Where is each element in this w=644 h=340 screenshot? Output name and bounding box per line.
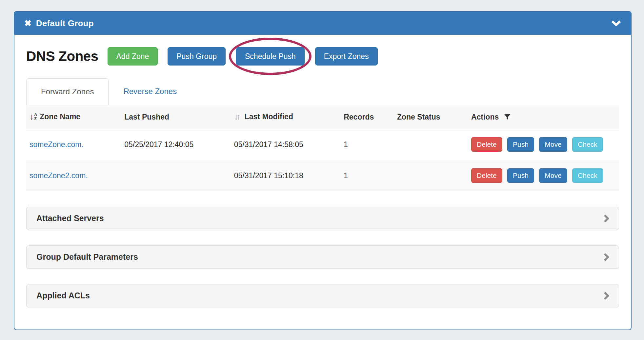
column-actions: Actions — [468, 105, 619, 129]
card-title: Default Group — [36, 18, 94, 28]
last-pushed-cell — [121, 160, 231, 191]
push-button[interactable]: Push — [507, 137, 534, 152]
check-button[interactable]: Check — [572, 137, 603, 152]
push-button[interactable]: Push — [507, 168, 534, 183]
tab-forward-zones[interactable]: Forward Zones — [26, 78, 109, 105]
attached-servers-panel[interactable]: Attached Servers — [26, 207, 619, 230]
chevron-right-icon — [604, 253, 609, 261]
zone-status-cell — [394, 160, 468, 191]
move-button[interactable]: Move — [539, 137, 567, 152]
applied-acls-panel[interactable]: Applied ACLs — [26, 284, 619, 307]
add-zone-button[interactable]: Add Zone — [108, 47, 158, 66]
table-row: someZone.com. 05/25/2017 12:40:05 05/31/… — [26, 129, 619, 160]
close-icon[interactable]: ✖ — [24, 19, 31, 28]
page-title: DNS Zones — [26, 48, 98, 64]
delete-button[interactable]: Delete — [471, 168, 502, 183]
last-pushed-cell: 05/25/2017 12:40:05 — [121, 129, 231, 160]
default-group-card: ✖ Default Group DNS Zones Add Zone Push … — [14, 11, 632, 330]
zone-name-link[interactable]: someZone2.com. — [30, 171, 88, 180]
panel-title: Applied ACLs — [36, 291, 90, 300]
table-header-row: ↓ AZ Zone Name Last Pushed ↓↑ Last Modif… — [26, 105, 619, 129]
zones-table: ↓ AZ Zone Name Last Pushed ↓↑ Last Modif… — [26, 105, 619, 191]
column-last-modified: ↓↑ Last Modified — [231, 105, 340, 129]
check-button[interactable]: Check — [572, 168, 603, 183]
group-default-parameters-panel[interactable]: Group Default Parameters — [26, 245, 619, 269]
records-cell: 1 — [340, 129, 394, 160]
sort-alpha-asc-icon[interactable]: ↓ AZ — [30, 113, 37, 121]
filter-funnel-icon[interactable] — [504, 114, 511, 120]
last-modified-cell: 05/31/2017 15:10:18 — [231, 160, 340, 191]
chevron-right-icon — [604, 292, 609, 300]
card-header: ✖ Default Group — [14, 12, 631, 35]
panel-title: Group Default Parameters — [36, 252, 138, 262]
delete-button[interactable]: Delete — [471, 137, 502, 152]
export-zones-button[interactable]: Export Zones — [315, 47, 378, 66]
column-records: Records — [340, 105, 394, 129]
tab-reverse-zones[interactable]: Reverse Zones — [109, 78, 191, 105]
move-button[interactable]: Move — [539, 168, 567, 183]
sort-both-icon[interactable]: ↓↑ — [234, 113, 239, 120]
last-modified-cell: 05/31/2017 14:58:05 — [231, 129, 340, 160]
collapse-chevron-down-icon[interactable] — [611, 20, 621, 26]
records-cell: 1 — [340, 160, 394, 191]
table-row: someZone2.com. 05/31/2017 15:10:18 1 Del… — [26, 160, 619, 191]
toolbar: DNS Zones Add Zone Push Group Schedule P… — [26, 47, 619, 66]
zone-status-cell — [394, 129, 468, 160]
column-zone-status: Zone Status — [394, 105, 468, 129]
schedule-push-button[interactable]: Schedule Push — [236, 47, 305, 66]
panel-title: Attached Servers — [36, 214, 104, 223]
zone-tabs: Forward Zones Reverse Zones — [26, 78, 619, 105]
column-zone-name: ↓ AZ Zone Name — [26, 105, 121, 129]
push-group-button[interactable]: Push Group — [168, 47, 226, 66]
chevron-right-icon — [604, 214, 609, 223]
zone-name-link[interactable]: someZone.com. — [30, 140, 84, 149]
column-last-pushed: Last Pushed — [121, 105, 231, 129]
